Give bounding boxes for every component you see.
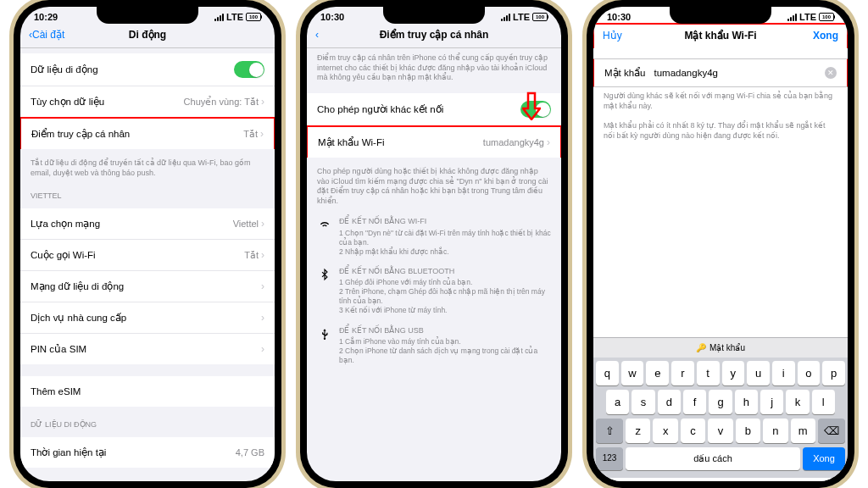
key-l[interactable]: l <box>812 390 835 414</box>
footer-text: Mật khẩu phải có ít nhất 8 ký tự. Thay đ… <box>593 116 848 146</box>
key-k[interactable]: k <box>786 390 809 414</box>
row-wifi-calling[interactable]: Cuộc gọi Wi-FiTắt› <box>20 240 275 271</box>
key-q[interactable]: q <box>596 361 619 385</box>
time: 10:30 <box>607 12 631 22</box>
notch <box>97 7 198 24</box>
key-b[interactable]: b <box>736 419 760 443</box>
key-a[interactable]: a <box>606 390 629 414</box>
password-input[interactable]: tumadangky4g <box>654 68 816 78</box>
chevron-right-icon: › <box>547 136 550 148</box>
battery-icon: 100 <box>532 13 548 21</box>
notch <box>383 7 485 24</box>
clear-icon[interactable]: ✕ <box>825 67 837 79</box>
battery-icon: 100 <box>246 13 261 21</box>
page-title: Điểm truy cập cá nhân <box>380 29 489 41</box>
row-personal-hotspot[interactable]: Điểm truy cập cá nhânTắt› <box>20 117 275 149</box>
cancel-button[interactable]: Hủy <box>603 30 622 42</box>
key-f[interactable]: f <box>683 390 706 414</box>
red-arrow-icon <box>522 92 541 120</box>
content: Mật khẩu tumadangky4g ✕ Người dùng khác … <box>593 47 848 481</box>
toggle-on-icon[interactable] <box>234 61 264 78</box>
footer-text: Tắt dữ liệu di động để truyền tất cả dữ … <box>20 153 275 183</box>
battery-icon: 100 <box>819 13 834 21</box>
key-d[interactable]: d <box>658 390 681 414</box>
done-button[interactable]: Xong <box>813 30 838 42</box>
key-t[interactable]: t <box>697 361 720 385</box>
key-y[interactable]: y <box>722 361 745 385</box>
back-button[interactable]: ‹ Cài đặt <box>29 29 64 41</box>
row-carrier-services[interactable]: Dịch vụ nhà cung cấp› <box>20 302 275 334</box>
back-button[interactable]: ‹ <box>315 29 319 41</box>
key-n[interactable]: n <box>763 419 787 443</box>
row-add-esim[interactable]: Thêm eSIM <box>20 376 275 407</box>
key-o[interactable]: o <box>798 361 821 385</box>
row-wifi-password[interactable]: Mật khẩu Wi-Fitumadangky4g› <box>307 125 561 158</box>
nav-bar: ‹ Cài đặt Di động <box>20 24 275 48</box>
row-sim-pin[interactable]: PIN của SIM› <box>20 334 275 364</box>
row-data-options[interactable]: Tùy chọn dữ liệuChuyển vùng: Tắt› <box>20 86 275 118</box>
key-done[interactable]: Xong <box>803 447 845 470</box>
phone-2: 10:30 LTE100 ‹ Điểm truy cập cá nhân Điể… <box>300 0 568 488</box>
key-z[interactable]: z <box>626 419 650 443</box>
key-j[interactable]: j <box>760 390 783 414</box>
wifi-icon <box>317 217 332 257</box>
page-title: Mật khẩu Wi-Fi <box>684 30 756 42</box>
key-s[interactable]: s <box>632 390 654 414</box>
row-current-period: Thời gian hiện tại4,7 GB <box>20 437 275 468</box>
key-shift[interactable]: ⇧ <box>596 419 623 443</box>
lte-label: LTE <box>226 12 243 22</box>
lte-label: LTE <box>513 12 530 22</box>
chevron-right-icon: › <box>261 96 264 108</box>
phone-3: 10:30 LTE100 Hủy Mật khẩu Wi-Fi Xong Mật… <box>587 0 854 488</box>
row-mobile-network[interactable]: Mạng dữ liệu di động› <box>20 271 275 302</box>
instr-bluetooth: ĐỂ KẾT NỐI BẰNG BLUETOOTH1 Ghép đôi iPho… <box>307 262 561 321</box>
signal-icon <box>214 14 224 21</box>
key-u[interactable]: u <box>747 361 770 385</box>
key-w[interactable]: w <box>621 361 644 385</box>
bluetooth-icon <box>317 267 332 316</box>
key-r[interactable]: r <box>671 361 694 385</box>
time: 10:30 <box>320 12 344 22</box>
footer-text: Người dùng khác sẽ kết nối với mạng Wi-F… <box>593 86 848 116</box>
section-header: DỮ LIỆU DI ĐỘNG <box>20 412 275 432</box>
footer-text: Cho phép người dùng hoặc thiết bị khác k… <box>307 162 561 212</box>
nav-bar: Hủy Mật khẩu Wi-Fi Xong <box>593 23 848 48</box>
key-c[interactable]: c <box>681 419 705 443</box>
lte-label: LTE <box>799 12 816 22</box>
key-space[interactable]: dấu cách <box>626 447 800 470</box>
key-icon: 🔑 <box>696 343 706 352</box>
key-e[interactable]: e <box>646 361 669 385</box>
key-i[interactable]: i <box>772 361 795 385</box>
nav-bar: ‹ Điểm truy cập cá nhân <box>307 24 561 48</box>
page-title: Di động <box>129 29 166 41</box>
notch <box>670 7 771 24</box>
signal-icon <box>501 14 510 21</box>
password-field-row[interactable]: Mật khẩu tumadangky4g ✕ <box>593 58 848 87</box>
autofill-hint[interactable]: 🔑Mật khẩu <box>593 337 848 358</box>
signal-icon <box>787 14 797 21</box>
key-v[interactable]: v <box>708 419 732 443</box>
phone-1: 10:29 LTE100 ‹ Cài đặt Di động Dữ liệu d… <box>14 0 281 488</box>
key-h[interactable]: h <box>735 390 758 414</box>
key-p[interactable]: p <box>822 361 845 385</box>
chevron-right-icon: › <box>260 128 264 140</box>
key-backspace[interactable]: ⌫ <box>818 419 845 443</box>
content[interactable]: Dữ liệu di động Tùy chọn dữ liệuChuyển v… <box>20 48 275 481</box>
description: Điểm truy cập cá nhân trên iPhone có thể… <box>307 48 561 88</box>
key-x[interactable]: x <box>653 419 677 443</box>
password-label: Mật khẩu <box>604 67 646 79</box>
key-123[interactable]: 123 <box>596 447 623 470</box>
instr-wifi: ĐỂ KẾT NỐI BẰNG WI-FI1 Chọn "Dyn nè" từ … <box>307 212 561 262</box>
key-m[interactable]: m <box>791 419 815 443</box>
instr-usb: ĐỂ KẾT NỐI BẰNG USB1 Cắm iPhone vào máy … <box>307 321 561 371</box>
row-network-select[interactable]: Lựa chọn mạngViettel› <box>20 208 275 240</box>
key-g[interactable]: g <box>709 390 732 414</box>
section-header: VIETTEL <box>20 183 275 203</box>
row-mobile-data[interactable]: Dữ liệu di động <box>20 53 275 86</box>
keyboard: qwertyuiop asdfghjkl ⇧zxcvbnm⌫ 123dấu cá… <box>593 358 848 478</box>
time: 10:29 <box>34 12 58 22</box>
usb-icon <box>317 326 332 366</box>
